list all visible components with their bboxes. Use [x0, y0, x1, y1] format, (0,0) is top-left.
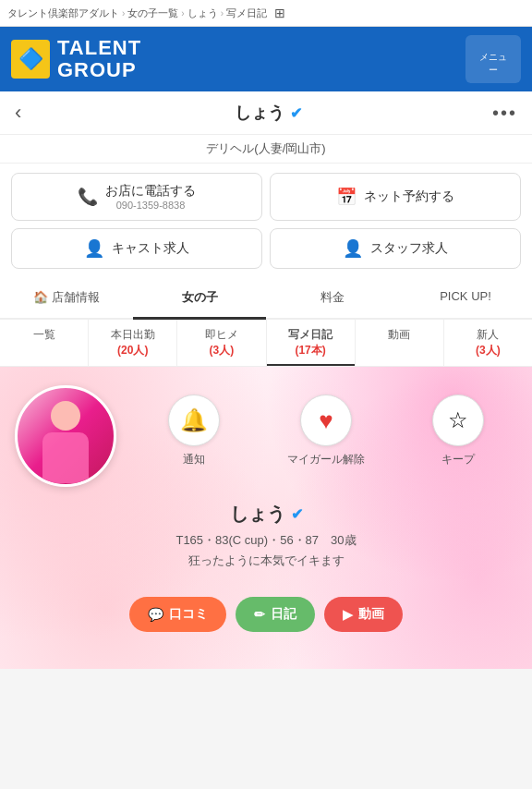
review-label: 口コミ — [169, 606, 208, 623]
profile-name: しょう — [235, 102, 284, 124]
sub-navigation: 一覧 本日出勤 (20人) 即ヒメ (3人) 写メ日記 (17本) 動画 新人 … — [0, 320, 532, 367]
action-row-1: 📞 お店に電話する 090-1359-8838 📅 ネット予約する — [11, 173, 521, 221]
subtitle-row: デリヘル(人妻/岡山市) — [0, 135, 532, 164]
breadcrumb-item-1[interactable]: タレント倶楽部アダルト — [7, 6, 119, 20]
logo-text: TALENT GROUP — [57, 37, 141, 81]
notify-action[interactable]: 🔔 通知 — [168, 394, 220, 467]
subnav-video[interactable]: 動画 — [356, 320, 444, 366]
site-logo: 🔷 TALENT GROUP — [11, 37, 141, 81]
action-icons-row: 🔔 通知 ♥ マイガール解除 ☆ キープ — [135, 385, 517, 467]
bell-icon-circle: 🔔 — [168, 394, 220, 446]
diary-icon: ✏ — [254, 607, 265, 622]
staff-jobs-button[interactable]: 👤 スタッフ求人 — [270, 228, 521, 269]
subtitle-text: デリヘル(人妻/岡山市) — [206, 141, 325, 155]
menu-label: メニュー — [478, 51, 508, 77]
calendar-icon: 📅 — [336, 187, 357, 207]
site-header: 🔷 TALENT GROUP メニュー — [0, 27, 532, 91]
back-button[interactable]: ‹ — [15, 101, 44, 125]
phone-button-text: お店に電話する 090-1359-8838 — [105, 183, 196, 211]
action-buttons-section: 📞 お店に電話する 090-1359-8838 📅 ネット予約する 👤 キャスト… — [0, 164, 532, 278]
review-button[interactable]: 💬 口コミ — [129, 597, 226, 632]
subnav-sokuhime[interactable]: 即ヒメ (3人) — [177, 320, 266, 366]
heart-icon-circle: ♥ — [300, 394, 352, 446]
avatar-head — [51, 401, 80, 431]
profile-name-area: しょう ✔ — [235, 102, 302, 124]
heart-icon: ♥ — [319, 407, 332, 435]
profile-info-name: しょう ✔ — [22, 502, 510, 527]
profile-stats: T165・83(C cup)・56・87 30歳 — [22, 532, 510, 549]
logo-icon: 🔷 — [11, 40, 50, 79]
profile-info: しょう ✔ T165・83(C cup)・56・87 30歳 狂ったように本気で… — [15, 487, 517, 589]
video-icon: ▶ — [343, 607, 353, 622]
tab-shop-info[interactable]: 🏠 店舗情報 — [0, 278, 133, 320]
bottom-action-buttons: 💬 口コミ ✏ 日記 ▶ 動画 — [15, 589, 517, 650]
video-label: 動画 — [358, 606, 384, 623]
tab-girls[interactable]: 女の子 — [133, 278, 266, 320]
subnav-today[interactable]: 本日出勤 (20人) — [89, 320, 177, 366]
profile-avatar-row: 🔔 通知 ♥ マイガール解除 ☆ キープ — [15, 385, 517, 487]
person-icon-1: 👤 — [84, 238, 104, 259]
main-tabs: 🏠 店舗情報 女の子 料金 PICK UP! — [0, 278, 532, 320]
profile-card: 🔔 通知 ♥ マイガール解除 ☆ キープ — [0, 367, 532, 669]
notify-label: 通知 — [183, 452, 205, 467]
diary-button[interactable]: ✏ 日記 — [236, 597, 315, 632]
person-icon-2: 👤 — [343, 238, 363, 259]
video-button[interactable]: ▶ 動画 — [324, 597, 403, 632]
bell-icon: 🔔 — [180, 407, 208, 433]
avatar — [15, 385, 116, 487]
grid-icon[interactable]: ⊞ — [274, 6, 285, 20]
staff-jobs-label: スタッフ求人 — [370, 240, 448, 257]
phone-number: 090-1359-8838 — [105, 200, 196, 211]
cast-jobs-button[interactable]: 👤 キャスト求人 — [11, 228, 262, 269]
reservation-label: ネット予約する — [364, 188, 454, 205]
phone-icon: 📞 — [78, 187, 98, 207]
profile-nav-header: ‹ しょう ✔ ••• — [0, 91, 532, 135]
mygirl-action[interactable]: ♥ マイガール解除 — [287, 394, 365, 467]
keep-action[interactable]: ☆ キープ — [432, 394, 484, 467]
cast-jobs-label: キャスト求人 — [112, 240, 189, 257]
avatar-body — [42, 432, 89, 483]
profile-tagline: 狂ったように本気でイキます — [22, 552, 510, 569]
diary-label: 日記 — [271, 606, 296, 623]
breadcrumb-item-3[interactable]: しょう — [187, 6, 218, 20]
review-icon: 💬 — [148, 607, 163, 622]
more-button[interactable]: ••• — [492, 103, 517, 124]
star-icon-circle: ☆ — [432, 394, 484, 446]
tab-price[interactable]: 料金 — [266, 278, 399, 320]
phone-button[interactable]: 📞 お店に電話する 090-1359-8838 — [11, 173, 262, 221]
keep-label: キープ — [441, 452, 475, 467]
action-row-2: 👤 キャスト求人 👤 スタッフ求人 — [11, 228, 521, 269]
tab-pickup[interactable]: PICK UP! — [399, 278, 532, 320]
verified-badge-icon-2: ✔ — [291, 505, 303, 523]
subnav-photo-diary[interactable]: 写メ日記 (17本) — [267, 320, 356, 366]
menu-button[interactable]: メニュー — [466, 35, 521, 83]
profile-main-section: 🔔 通知 ♥ マイガール解除 ☆ キープ — [0, 367, 532, 669]
subnav-newface[interactable]: 新人 (3人) — [444, 320, 532, 366]
reservation-button[interactable]: 📅 ネット予約する — [270, 173, 521, 221]
breadcrumb-item-4[interactable]: 写メ日記 — [226, 6, 267, 20]
verified-badge-icon: ✔ — [290, 104, 302, 122]
breadcrumb: タレント倶楽部アダルト › 女の子一覧 › しょう › 写メ日記 ⊞ — [0, 0, 532, 27]
breadcrumb-item-2[interactable]: 女の子一覧 — [127, 6, 178, 20]
subnav-list[interactable]: 一覧 — [0, 320, 89, 366]
star-icon: ☆ — [448, 407, 468, 433]
mygirl-label: マイガール解除 — [287, 452, 365, 467]
